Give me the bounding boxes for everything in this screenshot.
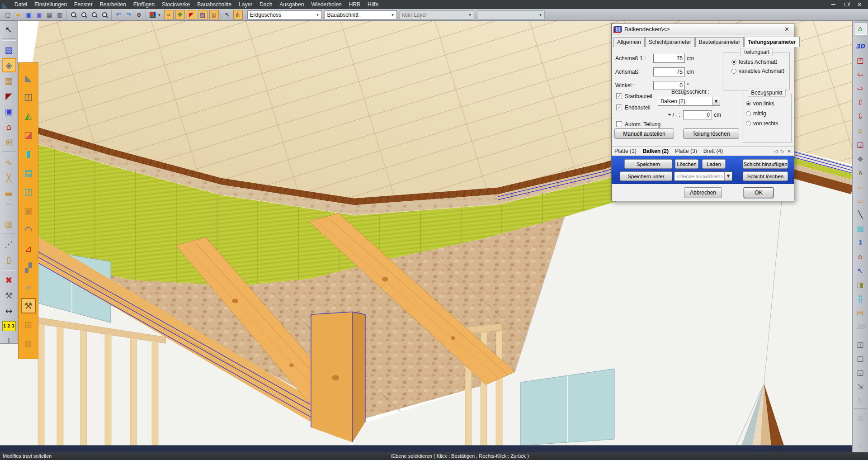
combo-arrow-icon[interactable]: ▾ — [537, 13, 544, 17]
minimize-icon[interactable] — [831, 4, 835, 5]
window-shrink-icon[interactable]: ⇲ — [854, 380, 867, 393]
dialog-tab[interactable]: Schichtparameter — [645, 37, 695, 47]
repair-tool[interactable]: ⚒ — [2, 288, 16, 303]
plan-detail-view[interactable]: ◱ — [854, 138, 867, 151]
roof-corner-icon[interactable]: ◤ — [187, 10, 196, 19]
speichern-unter-button[interactable]: Speichern unter — [620, 171, 672, 181]
storey-combo[interactable]: Erdgeschoss ▾ — [247, 10, 322, 19]
view-back[interactable]: ⇩ — [854, 110, 867, 123]
window-layout-icon[interactable]: ◫ — [854, 338, 867, 351]
layer-next-icon[interactable]: ▷ — [781, 149, 784, 154]
radio-option[interactable]: festes Achsmaß — [731, 59, 789, 65]
window-tool[interactable]: ▦ — [2, 73, 16, 88]
step-tool[interactable]: ▞ — [21, 260, 36, 275]
column-tool[interactable]: ▯ — [2, 252, 16, 267]
roof-layers-icon[interactable]: ▤ — [209, 10, 219, 19]
roof-plan-view[interactable]: ◰ — [854, 54, 867, 66]
decke-auswaehlen-combo[interactable]: <Decke auswählen> ▼ — [674, 171, 732, 181]
save-icon[interactable]: ▣ — [24, 10, 33, 19]
vertical-dim-tool[interactable]: ↕ — [854, 237, 867, 249]
tool-icon[interactable] — [2, 151, 16, 153]
window-full-icon[interactable]: □ — [854, 352, 867, 365]
window-split-icon[interactable]: ◱ — [854, 366, 867, 379]
menu-item[interactable]: Einstellungen — [31, 0, 71, 9]
menu-item[interactable]: Hilfe — [364, 0, 382, 9]
laden-button[interactable]: Laden — [702, 159, 726, 169]
checkbox-option[interactable]: ✓ Startbauteil — [616, 90, 652, 102]
covering-tool[interactable]: ⊞ — [2, 135, 16, 149]
radio-option[interactable]: variables Achsmaß — [731, 68, 789, 74]
view-cube-icon[interactable] — [148, 10, 157, 19]
view-icon[interactable] — [854, 335, 866, 337]
menu-item[interactable]: Fenster — [71, 0, 96, 9]
hammer-wood-tool[interactable]: ⚒ — [21, 298, 36, 313]
mirror-tool[interactable]: ◭ — [21, 108, 36, 123]
menu-item[interactable]: Einfügen — [130, 0, 158, 9]
plane-view[interactable]: ▱ — [854, 180, 867, 193]
ruler-tool[interactable]: 1 2 3 — [2, 321, 16, 331]
fence-tool[interactable]: ▤ — [854, 307, 867, 319]
section-combo[interactable]: Bauabschnitt ▾ — [325, 10, 397, 19]
measure-arrows-icon[interactable]: ✥ — [175, 10, 185, 19]
field-input[interactable]: 75 — [653, 54, 685, 63]
door-plus-tool[interactable]: ⊞ — [21, 317, 36, 332]
dimension-tool[interactable]: ↔ — [2, 304, 16, 318]
layer-close-icon[interactable]: ✕ — [788, 149, 791, 154]
dialog-tab[interactable]: Bauteilparameter — [695, 37, 744, 47]
wireframe-view[interactable]: ⌂ — [854, 124, 867, 137]
radio-option[interactable]: von links — [746, 100, 791, 107]
tilt-plane-tool[interactable]: ◪ — [21, 127, 36, 142]
menu-item[interactable]: Ausgaben — [276, 0, 307, 9]
diagonal-tool[interactable]: ╲ — [854, 209, 867, 221]
views-house-icon[interactable]: ⌂ — [854, 23, 867, 35]
house-tool[interactable]: ⌂ — [2, 119, 16, 134]
extra-combo[interactable]: ▾ — [477, 10, 545, 19]
triangle-tool[interactable]: ◣ — [21, 70, 36, 85]
combo-arrow-icon[interactable]: ▾ — [314, 13, 321, 17]
tool-icon[interactable] — [2, 233, 16, 235]
menu-item[interactable]: Datei — [11, 0, 31, 9]
zoom-out-icon[interactable] — [79, 10, 89, 19]
view-right[interactable]: ⇨ — [854, 82, 867, 95]
menu-item[interactable]: Stockwerke — [158, 0, 193, 9]
stud-wall-tool[interactable]: ▥ — [2, 217, 16, 231]
roof-tool[interactable]: ◤ — [2, 89, 16, 103]
view-left[interactable]: ⇦ — [854, 68, 867, 81]
dropdown-arrow-icon[interactable]: ▼ — [724, 172, 732, 180]
arc-tool[interactable]: ⌒ — [2, 201, 16, 216]
cube-caret-icon[interactable]: ▾ — [158, 13, 160, 17]
speichern-button[interactable]: Speichern — [624, 159, 672, 169]
undo-icon[interactable]: ↶ — [113, 10, 123, 19]
restore-icon[interactable] — [844, 3, 849, 6]
radio-option[interactable]: von rechts — [746, 120, 791, 127]
bezugsschicht-combo[interactable]: Balken (2) ▼ — [658, 97, 720, 106]
checkbox-option[interactable]: ✓ Endbauteil — [616, 102, 652, 113]
wood-joint-icon[interactable]: ⋔ — [233, 10, 243, 19]
layout-tool[interactable]: ◫ — [21, 184, 36, 199]
beam-cross-tool[interactable]: ╳ — [2, 171, 16, 185]
cross-icon[interactable]: ✛ — [854, 440, 867, 452]
save-as-icon[interactable]: ▣ — [34, 10, 44, 19]
zoom-select-icon[interactable] — [100, 10, 109, 19]
profile-tool[interactable]: ∿ — [2, 155, 16, 170]
frame-tool[interactable]: ▣ — [21, 203, 36, 218]
layer-tab[interactable]: Platte (1) — [614, 148, 637, 154]
loeschen-button[interactable]: Löschen — [675, 159, 698, 169]
dialog-tab[interactable]: Allgemein — [613, 37, 645, 47]
layer-prev-icon[interactable]: ◁ — [774, 149, 778, 154]
dialog-titlebar[interactable]: Balkendecken\<> ✕ — [612, 24, 794, 35]
plank-pile-tool[interactable]: ▰ — [21, 279, 36, 294]
radio-option[interactable]: mittig — [746, 110, 791, 117]
combo-arrow-icon[interactable]: ▾ — [389, 13, 396, 17]
layer-combo[interactable]: kein Layer ▾ — [400, 10, 474, 19]
section-view[interactable]: ▨ — [854, 223, 867, 235]
truss-view[interactable]: ∧ — [854, 166, 867, 179]
dropdown-arrow-icon[interactable]: ▼ — [712, 97, 720, 105]
print-preview-icon[interactable]: ▥ — [55, 10, 65, 19]
open-folder-icon[interactable]: ▰ — [14, 10, 23, 19]
select-tool[interactable]: ↖ — [2, 22, 16, 37]
redo-icon[interactable]: ↷ — [124, 10, 133, 19]
truss-tool[interactable]: ⊿ — [21, 241, 36, 256]
view-2d[interactable]: 2D — [854, 321, 867, 333]
view-3d[interactable]: 3D — [854, 40, 867, 52]
